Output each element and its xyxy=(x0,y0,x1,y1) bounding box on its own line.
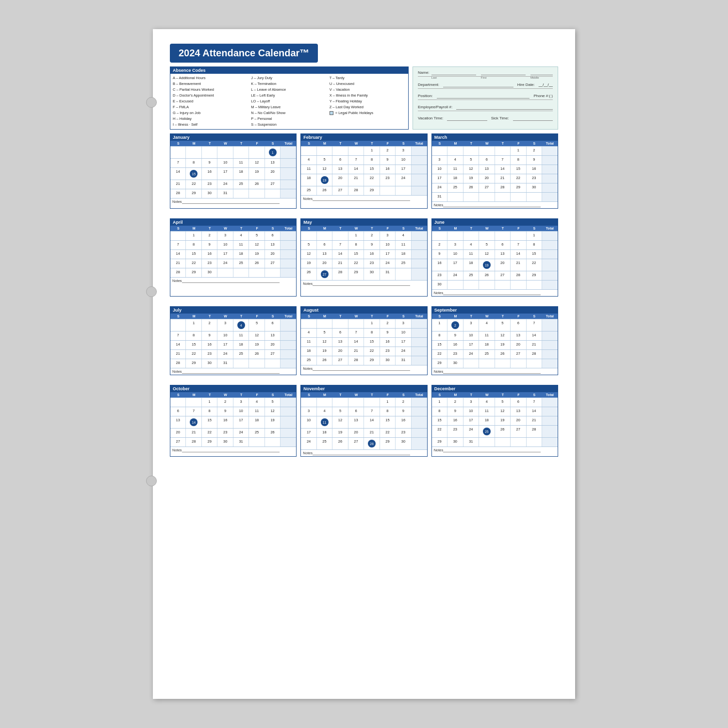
cal-cell[interactable]: 21 xyxy=(348,174,364,186)
cal-cell[interactable]: 2 xyxy=(447,319,463,331)
cal-cell[interactable]: 8 xyxy=(202,407,217,416)
cal-cell[interactable]: 25 xyxy=(396,259,411,268)
cal-cell[interactable]: 1 xyxy=(364,147,380,155)
cal-cell[interactable]: 12 xyxy=(301,250,316,259)
cal-cell[interactable]: 6 xyxy=(317,241,332,249)
cal-cell[interactable]: 14 xyxy=(186,416,201,428)
cal-cell[interactable]: 26 xyxy=(249,350,265,359)
cal-cell[interactable]: 14 xyxy=(495,165,511,174)
cal-cell[interactable]: 16 xyxy=(447,341,463,349)
cal-cell[interactable]: 29 xyxy=(186,359,201,368)
cal-cell[interactable]: 11 xyxy=(479,331,495,340)
cal-cell[interactable]: 9 xyxy=(202,331,217,340)
cal-cell[interactable]: 3 xyxy=(432,156,447,165)
cal-cell[interactable]: 9 xyxy=(527,156,542,165)
cal-cell[interactable]: 9 xyxy=(447,407,463,416)
cal-cell[interactable]: 31 xyxy=(432,193,447,201)
cal-cell[interactable]: 1 xyxy=(432,398,447,407)
cal-cell[interactable]: 22 xyxy=(364,174,380,186)
cal-cell[interactable]: 4 xyxy=(479,319,495,331)
cal-cell[interactable]: 17 xyxy=(396,338,411,347)
cal-cell[interactable]: 15 xyxy=(432,416,447,425)
cal-cell[interactable]: 8 xyxy=(432,331,447,340)
cal-cell[interactable]: 5 xyxy=(495,398,511,407)
cal-cell[interactable]: 23 xyxy=(364,259,380,268)
cal-cell[interactable]: 17 xyxy=(301,429,316,437)
cal-cell[interactable]: 10 xyxy=(396,156,411,165)
cal-cell[interactable]: 10 xyxy=(217,241,233,249)
cal-cell[interactable]: 18 xyxy=(447,174,463,183)
cal-cell[interactable]: 29 xyxy=(364,186,380,195)
cal-cell[interactable]: 23 xyxy=(447,350,463,359)
cal-cell[interactable]: 15 xyxy=(380,416,396,428)
cal-cell[interactable]: 30 xyxy=(396,438,411,449)
cal-cell[interactable]: 19 xyxy=(301,259,316,268)
cal-cell[interactable]: 2 xyxy=(380,147,396,155)
cal-cell[interactable]: 27 xyxy=(332,356,348,365)
cal-cell[interactable]: 1 xyxy=(348,232,364,240)
cal-cell[interactable]: 27 xyxy=(265,350,281,359)
cal-cell[interactable]: 22 xyxy=(186,259,201,268)
cal-cell[interactable]: 3 xyxy=(380,232,396,240)
cal-cell[interactable]: 20 xyxy=(495,259,511,271)
cal-cell[interactable]: 19 xyxy=(495,416,511,425)
cal-cell[interactable]: 28 xyxy=(186,438,201,447)
cal-cell[interactable]: 3 xyxy=(396,319,411,328)
cal-cell[interactable]: 20 xyxy=(265,341,281,349)
cal-cell[interactable]: 6 xyxy=(332,156,348,165)
cal-cell[interactable]: 13 xyxy=(479,165,495,174)
cal-cell[interactable]: 4 xyxy=(301,329,316,337)
cal-cell[interactable]: 28 xyxy=(348,356,364,365)
cal-cell[interactable]: 20 xyxy=(332,347,348,356)
cal-cell[interactable]: 29 xyxy=(527,271,542,280)
cal-cell[interactable]: 1 xyxy=(380,398,396,407)
cal-cell[interactable]: 21 xyxy=(527,341,542,349)
cal-cell[interactable]: 17 xyxy=(380,250,396,259)
cal-cell[interactable]: 27 xyxy=(495,271,511,280)
cal-cell[interactable]: 20 xyxy=(511,341,526,349)
cal-cell[interactable]: 5 xyxy=(463,156,479,165)
cal-cell[interactable]: 29 xyxy=(380,438,396,449)
cal-cell[interactable]: 5 xyxy=(301,241,316,249)
cal-cell[interactable]: 17 xyxy=(233,416,249,428)
cal-cell[interactable]: 16 xyxy=(202,168,217,180)
cal-cell[interactable]: 21 xyxy=(527,416,542,425)
cal-cell[interactable]: 6 xyxy=(265,319,281,331)
cal-cell[interactable]: 29 xyxy=(364,356,380,365)
cal-cell[interactable]: 6 xyxy=(511,319,526,331)
cal-cell[interactable]: 14 xyxy=(511,250,526,259)
cal-cell[interactable]: 6 xyxy=(479,156,495,165)
cal-cell[interactable]: 6 xyxy=(495,241,511,249)
cal-cell[interactable]: 29 xyxy=(511,183,526,192)
cal-cell[interactable]: 14 xyxy=(332,250,348,259)
cal-cell[interactable]: 28 xyxy=(511,271,526,280)
cal-cell[interactable]: 7 xyxy=(348,156,364,165)
cal-cell[interactable]: 13 xyxy=(265,159,281,167)
cal-cell[interactable]: 4 xyxy=(447,156,463,165)
cal-cell[interactable]: 31 xyxy=(380,268,396,280)
cal-cell[interactable]: 14 xyxy=(527,331,542,340)
cal-cell[interactable]: 23 xyxy=(202,259,217,268)
cal-cell[interactable]: 4 xyxy=(301,156,316,165)
cal-cell[interactable]: 24 xyxy=(233,429,249,437)
cal-cell[interactable]: 3 xyxy=(396,147,411,155)
cal-cell[interactable]: 14 xyxy=(170,341,186,349)
cal-cell[interactable]: 26 xyxy=(463,183,479,192)
cal-cell[interactable]: 9 xyxy=(396,407,411,416)
cal-cell[interactable]: 22 xyxy=(202,429,217,437)
cal-cell[interactable]: 10 xyxy=(463,331,479,340)
cal-cell[interactable]: 20 xyxy=(479,174,495,183)
cal-cell[interactable]: 26 xyxy=(249,180,265,189)
cal-cell[interactable]: 20 xyxy=(317,259,332,268)
cal-cell[interactable]: 25 xyxy=(233,180,249,189)
cal-cell[interactable]: 12 xyxy=(495,407,511,416)
cal-cell[interactable]: 25 xyxy=(317,438,332,449)
cal-cell[interactable]: 13 xyxy=(265,331,281,340)
cal-cell[interactable]: 11 xyxy=(301,338,316,347)
cal-cell[interactable]: 4 xyxy=(463,241,479,249)
cal-cell[interactable]: 24 xyxy=(447,271,463,280)
cal-cell[interactable]: 19 xyxy=(479,259,495,271)
cal-cell[interactable]: 12 xyxy=(463,165,479,174)
cal-cell[interactable]: 2 xyxy=(202,232,217,240)
cal-cell[interactable]: 25 xyxy=(233,350,249,359)
